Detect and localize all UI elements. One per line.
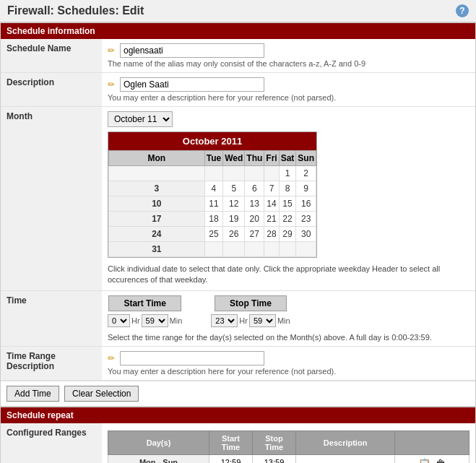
calendar-day-cell bbox=[264, 166, 279, 181]
calendar-day-cell bbox=[245, 242, 264, 257]
time-label: Time bbox=[1, 290, 102, 346]
stop-time-group: Stop Time 23 Hr 59 Min bbox=[211, 295, 290, 327]
calendar-day-cell[interactable]: 16 bbox=[296, 196, 316, 212]
range-days: Mon - Sun bbox=[108, 454, 209, 463]
calendar-day-cell[interactable]: 18 bbox=[204, 212, 222, 227]
ranges-table: Day(s) StartTime StopTime Description Mo… bbox=[108, 430, 469, 463]
calendar-day-cell[interactable]: 27 bbox=[245, 227, 264, 242]
start-min-select[interactable]: 59 bbox=[142, 314, 168, 327]
calendar-day-cell[interactable]: 24 bbox=[109, 227, 205, 242]
time-range-desc-hint: You may enter a description here for you… bbox=[108, 367, 469, 376]
calendar-day-cell[interactable]: 10 bbox=[109, 196, 205, 212]
calendar-day-cell[interactable]: 14 bbox=[264, 196, 279, 212]
help-icon[interactable]: ? bbox=[456, 4, 469, 17]
weekday-sat[interactable]: Sat bbox=[279, 151, 296, 166]
calendar-day-cell[interactable]: 6 bbox=[245, 181, 264, 196]
schedule-name-hint: The name of the alias may only consist o… bbox=[108, 59, 469, 68]
calendar-day-cell[interactable]: 3 bbox=[109, 181, 205, 196]
calendar-weekday-row: Mon Tue Wed Thu Fri Sat Sun bbox=[109, 151, 316, 166]
month-select[interactable]: October 11 bbox=[108, 111, 173, 127]
calendar-week-row: 17181920212223 bbox=[109, 212, 316, 227]
description-input[interactable] bbox=[120, 77, 264, 92]
calendar-week-row: 10111213141516 bbox=[109, 196, 316, 212]
start-hour-select[interactable]: 0 bbox=[108, 314, 130, 327]
calendar-day-cell[interactable]: 17 bbox=[109, 212, 205, 227]
calendar-day-cell[interactable]: 29 bbox=[279, 227, 296, 242]
description-hint: You may enter a description here for you… bbox=[108, 93, 469, 102]
add-time-button[interactable]: Add Time bbox=[7, 386, 59, 402]
time-range-desc-pencil-icon: ✏ bbox=[108, 353, 115, 363]
calendar-day-cell[interactable]: 19 bbox=[223, 212, 245, 227]
time-section: Start Time 0 Hr 59 Min bbox=[108, 295, 469, 327]
calendar-day-cell[interactable]: 2 bbox=[296, 166, 316, 181]
time-row: Time Start Time 0 Hr 59 Min bbox=[1, 290, 475, 346]
time-range-desc-label: Time Range Description bbox=[1, 346, 102, 380]
range-description bbox=[296, 454, 395, 463]
time-note: Select the time range for the day(s) sel… bbox=[108, 333, 469, 342]
range-delete-button[interactable]: 🗑 bbox=[434, 458, 447, 463]
calendar-day-cell[interactable]: 12 bbox=[223, 196, 245, 212]
range-stop: 13:59 bbox=[253, 454, 296, 463]
calendar-day-cell[interactable]: 8 bbox=[279, 181, 296, 196]
calendar-week-row: 12 bbox=[109, 166, 316, 181]
calendar-day-cell[interactable]: 30 bbox=[296, 227, 316, 242]
description-pencil-icon: ✏ bbox=[108, 79, 115, 90]
month-select-container: October 11 bbox=[108, 111, 469, 127]
schedule-name-row: Schedule Name ✏ The name of the alias ma… bbox=[1, 39, 475, 73]
calendar-day-cell[interactable]: 25 bbox=[204, 227, 222, 242]
calendar-day-cell[interactable]: 21 bbox=[264, 212, 279, 227]
range-start: 12:59 bbox=[209, 454, 253, 463]
calendar-day-cell bbox=[204, 166, 222, 181]
schedule-repeat-header: Schedule repeat bbox=[1, 407, 475, 423]
range-actions: 📋 🗑 bbox=[395, 454, 469, 463]
configured-ranges-row: Configured Ranges Day(s) StartTime StopT… bbox=[1, 423, 475, 463]
calendar-day-cell[interactable]: 11 bbox=[204, 196, 222, 212]
weekday-tue[interactable]: Tue bbox=[204, 151, 222, 166]
start-hr-label: Hr bbox=[131, 316, 140, 325]
table-row: Mon - Sun 12:59 13:59 📋 🗑 bbox=[108, 454, 469, 463]
ranges-col-start: StartTime bbox=[209, 430, 253, 454]
weekday-fri[interactable]: Fri bbox=[264, 151, 279, 166]
stop-hour-select[interactable]: 23 bbox=[211, 314, 238, 327]
calendar-day-cell[interactable]: 1 bbox=[279, 166, 296, 181]
calendar-day-cell[interactable]: 20 bbox=[245, 212, 264, 227]
ranges-col-stop: StopTime bbox=[253, 430, 296, 454]
buttons-row: Add Time Clear Selection bbox=[1, 381, 475, 406]
calendar-week-row: 3456789 bbox=[109, 181, 316, 196]
weekday-thu[interactable]: Thu bbox=[245, 151, 264, 166]
calendar-day-cell[interactable]: 22 bbox=[279, 212, 296, 227]
calendar: Mon Tue Wed Thu Fri Sat Sun 123 bbox=[108, 150, 316, 257]
page-header: Firewall: Schedules: Edit ? bbox=[0, 0, 476, 22]
month-label: Month bbox=[1, 107, 102, 291]
calendar-day-cell[interactable]: 13 bbox=[245, 196, 264, 212]
ranges-col-desc: Description bbox=[296, 430, 395, 454]
configured-ranges-cell: Day(s) StartTime StopTime Description Mo… bbox=[102, 423, 475, 463]
weekday-mon[interactable]: Mon bbox=[109, 151, 205, 166]
description-row: Description ✏ You may enter a descriptio… bbox=[1, 73, 475, 107]
configured-ranges-label: Configured Ranges bbox=[1, 423, 102, 463]
calendar-day-cell[interactable]: 26 bbox=[223, 227, 245, 242]
calendar-day-cell[interactable]: 28 bbox=[264, 227, 279, 242]
calendar-day-cell[interactable]: 4 bbox=[204, 181, 222, 196]
clear-selection-button[interactable]: Clear Selection bbox=[64, 386, 139, 402]
ranges-col-days: Day(s) bbox=[108, 430, 209, 454]
calendar-day-cell[interactable]: 7 bbox=[264, 181, 279, 196]
stop-min-select[interactable]: 59 bbox=[249, 314, 276, 327]
calendar-day-cell bbox=[245, 166, 264, 181]
calendar-day-cell[interactable]: 9 bbox=[296, 181, 316, 196]
weekday-wed[interactable]: Wed bbox=[223, 151, 245, 166]
calendar-day-cell[interactable]: 23 bbox=[296, 212, 316, 227]
stop-min-label: Min bbox=[277, 316, 290, 325]
schedule-name-input[interactable] bbox=[120, 43, 264, 58]
time-range-desc-input[interactable] bbox=[120, 351, 264, 365]
calendar-day-cell[interactable]: 5 bbox=[223, 181, 245, 196]
calendar-day-cell[interactable]: 15 bbox=[279, 196, 296, 212]
time-cell: Start Time 0 Hr 59 Min bbox=[102, 290, 475, 346]
time-range-desc-cell: ✏ You may enter a description here for y… bbox=[102, 346, 475, 380]
schedule-name-cell: ✏ The name of the alias may only consist… bbox=[102, 39, 475, 73]
range-copy-button[interactable]: 📋 bbox=[417, 458, 432, 463]
weekday-sun[interactable]: Sun bbox=[296, 151, 316, 166]
description-cell: ✏ You may enter a description here for y… bbox=[102, 73, 475, 107]
calendar-day-cell[interactable]: 31 bbox=[109, 242, 205, 257]
calendar-day-cell bbox=[264, 242, 279, 257]
